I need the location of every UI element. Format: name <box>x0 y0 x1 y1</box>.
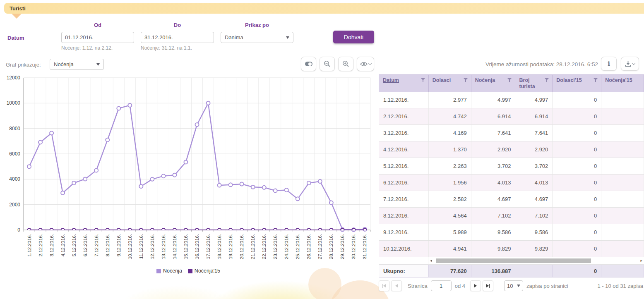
svg-text:5.12.2016.: 5.12.2016. <box>72 234 77 256</box>
do-label: Do <box>141 22 214 28</box>
svg-text:8000: 8000 <box>9 126 20 132</box>
column-header-no-enja[interactable]: Noćenja <box>471 75 516 92</box>
column-header-datum[interactable]: Datum <box>379 75 429 92</box>
table-row[interactable]: 5.12.2016.2.2633.7023.7020 <box>379 158 644 175</box>
table-cell: 3.702 <box>471 158 516 174</box>
table-cell: 2.12.2016. <box>379 108 429 124</box>
total-cell: 77.620 <box>429 265 471 277</box>
table-cell: 0 <box>553 108 601 124</box>
table-cell: 2.920 <box>471 141 516 158</box>
table-row[interactable]: 2.12.2016.4.7426.9146.9140 <box>379 108 644 125</box>
table-cell: 4.742 <box>429 108 471 124</box>
chart-zoom-in-button[interactable] <box>338 57 353 71</box>
table-cell: 3.702 <box>515 158 553 174</box>
toggle-icon <box>305 62 312 66</box>
total-label: Ukupno: <box>379 265 429 277</box>
total-cell <box>601 265 644 277</box>
prikaz-po-select[interactable]: Danima <box>221 32 293 43</box>
svg-text:25.12.2016.: 25.12.2016. <box>295 234 300 259</box>
export-button[interactable] <box>621 57 639 71</box>
page-size-select[interactable]: 10 <box>504 280 523 291</box>
table-cell: 2.263 <box>429 158 471 174</box>
table-row[interactable]: 3.12.2016.4.1697.6417.6410 <box>379 125 644 141</box>
chevron-down-icon <box>286 36 289 39</box>
grid-total-row: Ukupno:77.620136.8870 <box>379 265 644 277</box>
column-header-no-enja-15[interactable]: Noćenja'15 <box>601 75 644 92</box>
previous-page-button[interactable] <box>391 280 402 291</box>
zoom-out-icon <box>324 60 331 67</box>
date-to-field <box>141 32 214 43</box>
scrollbar-track[interactable]: ◂ ▸ <box>428 257 644 264</box>
table-cell: 4.013 <box>515 175 553 191</box>
legend-item[interactable]: Noćenja <box>156 268 182 274</box>
svg-text:3.12.2016.: 3.12.2016. <box>49 234 54 256</box>
table-row[interactable]: 10.12.2016.4.9419.8299.8290 <box>379 241 644 257</box>
table-row[interactable]: 9.12.2016.5.9899.5869.5860 <box>379 224 644 241</box>
date-from-input[interactable] <box>62 32 134 43</box>
column-header-dolasci-15[interactable]: Dolasci'15 <box>553 75 601 92</box>
dohvati-button[interactable]: Dohvati <box>333 31 374 43</box>
svg-text:21.12.2016.: 21.12.2016. <box>250 234 255 259</box>
date-to-input[interactable] <box>141 32 214 43</box>
total-cell <box>515 265 553 277</box>
chevron-down-icon <box>368 62 371 65</box>
svg-text:14.12.2016.: 14.12.2016. <box>172 234 177 259</box>
table-row[interactable]: 4.12.2016.1.3702.9202.9200 <box>379 141 644 158</box>
page-count-label: od 4 <box>455 283 465 289</box>
tab-turisti[interactable]: Turisti <box>4 3 644 14</box>
table-cell: 9.586 <box>515 224 553 240</box>
table-cell: 0 <box>553 141 601 158</box>
column-header-dolasci[interactable]: Dolasci <box>429 75 471 92</box>
filter-icon[interactable] <box>594 78 598 83</box>
chart-zoom-out-button[interactable] <box>320 57 335 71</box>
filter-icon[interactable] <box>464 78 468 83</box>
table-cell: 4.997 <box>471 92 516 108</box>
graf-prikazuje-select[interactable]: Noćenja <box>50 59 104 70</box>
table-cell: 7.641 <box>515 125 553 141</box>
filter-icon[interactable] <box>421 78 425 83</box>
table-row[interactable]: 8.12.2016.4.5647.1027.1020 <box>379 208 644 224</box>
table-cell: 4.169 <box>429 125 471 141</box>
chart-toggle-button[interactable] <box>301 57 316 71</box>
table-cell: 1.956 <box>429 175 471 191</box>
svg-text:16.12.2016.: 16.12.2016. <box>195 234 199 259</box>
date-from-note: Noćenje: 1.12. na 2.12. <box>61 45 113 51</box>
svg-text:30.12.2016.: 30.12.2016. <box>351 234 356 259</box>
table-cell <box>601 175 644 191</box>
total-cell: 0 <box>553 265 601 277</box>
table-cell: 7.102 <box>515 208 553 224</box>
svg-text:23.12.2016.: 23.12.2016. <box>273 234 278 259</box>
scroll-right-icon[interactable]: ▸ <box>640 258 642 263</box>
last-page-button[interactable] <box>483 280 493 291</box>
scroll-left-icon[interactable]: ◂ <box>430 258 432 263</box>
svg-text:9.12.2016.: 9.12.2016. <box>116 234 121 256</box>
table-row[interactable]: 1.12.2016.2.9774.9974.9970 <box>379 92 644 108</box>
table-cell: 9.586 <box>471 224 516 240</box>
table-row[interactable]: 6.12.2016.1.9564.0134.0130 <box>379 175 644 191</box>
chart-visibility-button[interactable] <box>357 57 374 71</box>
page-number-input[interactable] <box>431 280 452 291</box>
table-cell: 4.564 <box>429 208 471 224</box>
prikaz-po-label: Prikaz po <box>221 22 293 28</box>
legend-swatch <box>188 269 192 273</box>
table-cell: 4.941 <box>429 241 471 257</box>
chevron-down-icon <box>96 63 100 66</box>
svg-text:27.12.2016.: 27.12.2016. <box>317 234 322 259</box>
info-button[interactable]: i <box>601 57 617 71</box>
first-page-button[interactable] <box>379 280 389 291</box>
filter-icon[interactable] <box>545 78 549 83</box>
column-header-broj-turista[interactable]: Broj turista <box>515 75 553 92</box>
table-cell: 6.914 <box>515 108 553 124</box>
svg-text:31.12.2016.: 31.12.2016. <box>362 234 367 259</box>
column-header-label: Noćenja <box>475 77 495 84</box>
line-chart: 0200040006000800010000120001.12.2016.2.1… <box>0 72 377 269</box>
table-cell: 7.641 <box>471 125 516 141</box>
scrollbar-thumb[interactable] <box>436 258 591 263</box>
svg-text:8.12.2016.: 8.12.2016. <box>105 234 110 256</box>
table-cell: 8.12.2016. <box>379 208 429 224</box>
filter-icon[interactable] <box>507 78 512 83</box>
graf-prikazuje-value: Noćenja <box>54 61 74 67</box>
next-page-button[interactable] <box>470 280 481 291</box>
legend-item[interactable]: Noćenja'15 <box>188 268 220 274</box>
table-row[interactable]: 7.12.2016.2.5824.6974.6970 <box>379 191 644 208</box>
